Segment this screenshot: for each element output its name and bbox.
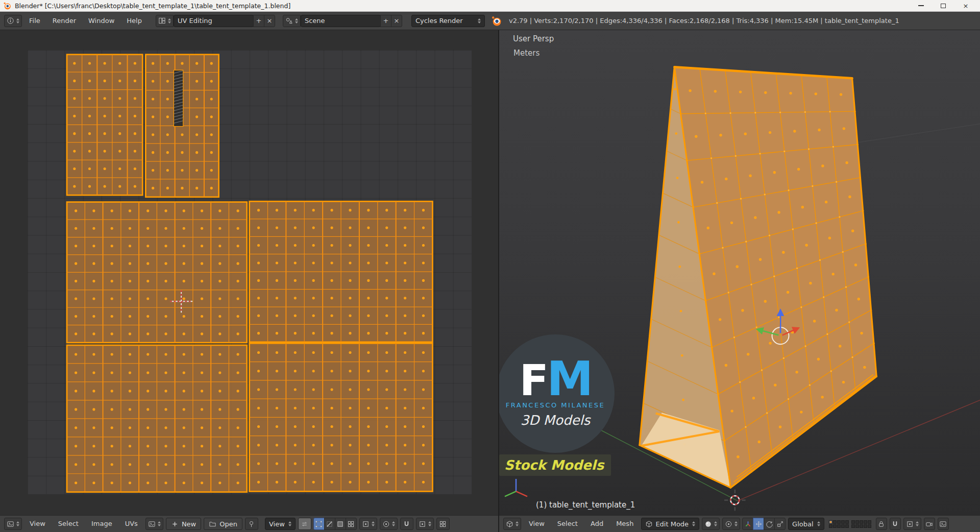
layer-cell[interactable]: [837, 520, 841, 524]
screen-layout-delete-button[interactable]: ×: [264, 15, 275, 27]
uv-island[interactable]: [67, 55, 142, 195]
layers-group-2[interactable]: [851, 520, 871, 528]
uv-sticky-selection-dropdown[interactable]: [359, 518, 377, 530]
uv-select-mode-face[interactable]: [335, 518, 346, 530]
view3d-menu-add[interactable]: Add: [585, 518, 608, 530]
maximize-button[interactable]: [932, 0, 954, 11]
uv-sync-selection-toggle[interactable]: [298, 518, 311, 530]
scene-add-button[interactable]: +: [380, 15, 391, 27]
image-pin-button[interactable]: [245, 518, 258, 530]
layer-cell[interactable]: [845, 520, 849, 524]
menu-help[interactable]: Help: [121, 15, 147, 27]
menu-render[interactable]: Render: [47, 15, 81, 27]
uv-island[interactable]: [67, 202, 247, 343]
snap-element-dropdown[interactable]: [903, 518, 921, 530]
layer-cell[interactable]: [845, 524, 849, 528]
uv-snap-target-dropdown[interactable]: [416, 518, 434, 530]
screen-layout-icon: [158, 17, 166, 25]
layer-cell[interactable]: [829, 520, 832, 524]
image-new-button[interactable]: New: [166, 518, 201, 530]
chevron-updown-icon: [295, 18, 298, 23]
close-button[interactable]: ×: [954, 0, 977, 11]
layer-cell[interactable]: [851, 520, 855, 524]
layer-cell[interactable]: [829, 524, 832, 528]
editor-type-info-button[interactable]: [4, 15, 22, 27]
menu-file[interactable]: File: [24, 15, 45, 27]
layer-cell[interactable]: [860, 524, 863, 528]
proportional-edit-dropdown[interactable]: [380, 518, 398, 530]
viewport-shading-dropdown[interactable]: [702, 518, 720, 530]
render-engine-dropdown[interactable]: Cycles Render: [411, 15, 485, 27]
uv-editor-type-button[interactable]: [4, 518, 22, 530]
uv-island-dense-strip[interactable]: [174, 70, 183, 126]
scene-field[interactable]: Scene: [301, 15, 381, 27]
pivot-icon: [725, 520, 732, 528]
view3d-editor-type-button[interactable]: [503, 518, 521, 530]
layer-cell[interactable]: [868, 520, 871, 524]
screen-layout-add-button[interactable]: +: [253, 15, 264, 27]
pivot-point-dropdown[interactable]: [722, 518, 740, 530]
uv-select-mode-island[interactable]: [346, 518, 357, 530]
view3d-menu-select[interactable]: Select: [552, 518, 583, 530]
layer-cell[interactable]: [833, 524, 837, 528]
axis-icon: [744, 520, 752, 528]
table-tent-mesh[interactable]: [640, 66, 877, 489]
uv-menu-select[interactable]: Select: [53, 518, 84, 530]
image-open-button[interactable]: Open: [204, 518, 242, 530]
layer-cell[interactable]: [864, 524, 867, 528]
mode-dropdown[interactable]: Edit Mode: [641, 518, 699, 530]
view3d-menu-mesh[interactable]: Mesh: [611, 518, 639, 530]
layer-cell[interactable]: [855, 520, 859, 524]
layer-cell[interactable]: [833, 520, 837, 524]
layers-group-1[interactable]: [829, 520, 849, 528]
mode-dropdown-value: Edit Mode: [655, 520, 689, 528]
uv-menu-uvs[interactable]: UVs: [120, 518, 143, 530]
uv-view-dropdown[interactable]: View: [265, 518, 296, 530]
watermark-initials: FM: [520, 359, 592, 399]
uv-island[interactable]: [250, 343, 433, 491]
magnet-icon: [403, 520, 410, 528]
uv-menu-view[interactable]: View: [24, 518, 51, 530]
view3d-menu-view[interactable]: View: [524, 518, 550, 530]
layers-widget[interactable]: [829, 520, 871, 528]
uv-island[interactable]: [67, 345, 247, 492]
image-icon: [148, 520, 156, 528]
screen-layout-browse-button[interactable]: [156, 15, 174, 27]
menu-window[interactable]: Window: [83, 15, 119, 27]
viewport-3d-pane[interactable]: User Persp Meters (1) table_tent_templat…: [499, 30, 980, 515]
uv-canvas[interactable]: [0, 30, 498, 515]
uv-draw-other-objects-toggle[interactable]: [436, 518, 450, 530]
layer-cell[interactable]: [855, 524, 859, 528]
image-browse-button[interactable]: [145, 518, 163, 530]
uv-snap-toggle[interactable]: [400, 518, 413, 530]
lock-to-scene-toggle[interactable]: [876, 518, 887, 530]
scene-delete-button[interactable]: ×: [391, 15, 402, 27]
sticky-select-icon: [362, 520, 370, 528]
layer-cell[interactable]: [860, 520, 863, 524]
screen-layout-field[interactable]: UV Editing: [174, 15, 254, 27]
manipulator-scale[interactable]: [774, 518, 786, 530]
scene-browse-button[interactable]: [283, 15, 301, 27]
uv-select-mode-vertex[interactable]: [313, 518, 325, 530]
uv-editor-pane[interactable]: [0, 30, 498, 515]
uv-island[interactable]: [250, 201, 433, 342]
layer-cell[interactable]: [864, 520, 867, 524]
render-opengl-button[interactable]: [924, 518, 935, 530]
uv-view-dropdown-value: View: [269, 520, 285, 528]
layer-cell[interactable]: [868, 524, 871, 528]
translate-icon: [755, 520, 763, 528]
snap-toggle[interactable]: [890, 518, 901, 530]
uv-menu-image[interactable]: Image: [86, 518, 117, 530]
manipulator-toggle[interactable]: [742, 518, 753, 530]
layer-cell[interactable]: [837, 524, 841, 528]
render-opengl-anim-button[interactable]: [938, 518, 949, 530]
layer-cell[interactable]: [851, 524, 855, 528]
manipulator-rotate[interactable]: [764, 518, 775, 530]
orientation-dropdown[interactable]: Global: [788, 518, 824, 530]
minimize-button[interactable]: [910, 0, 932, 11]
uv-editor-header: View Select Image UVs New Open View: [0, 515, 498, 532]
layer-cell[interactable]: [841, 520, 845, 524]
layer-cell[interactable]: [841, 524, 845, 528]
manipulator-translate[interactable]: [753, 518, 764, 530]
uv-select-mode-edge[interactable]: [324, 518, 335, 530]
